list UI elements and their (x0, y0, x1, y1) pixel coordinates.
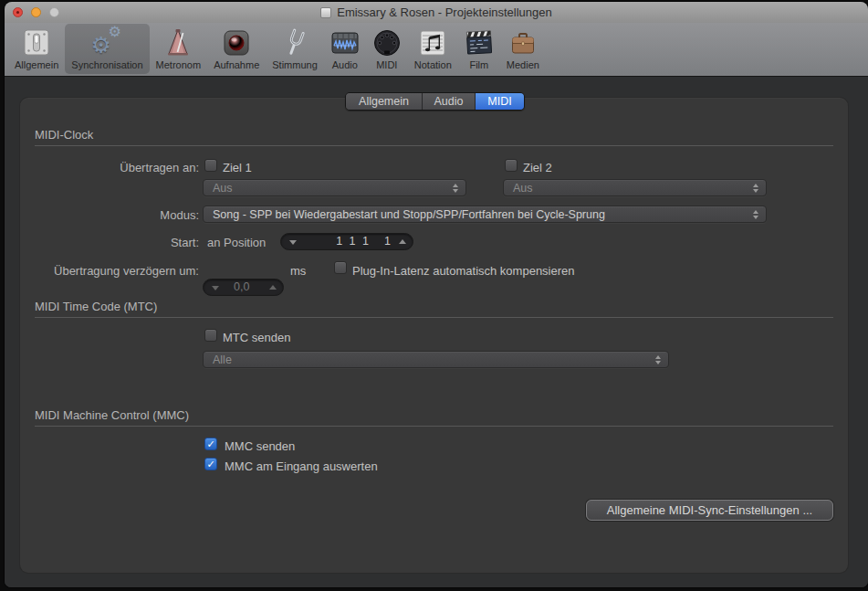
unsaved-dot-icon (16, 11, 19, 14)
toolbar-item-audio[interactable]: Audio (324, 24, 366, 74)
tab-allgemein[interactable]: Allgemein (346, 93, 423, 111)
popup-arrows-icon (655, 355, 661, 364)
mmc-listen-label: MMC am Eingang auswerten (225, 459, 378, 473)
start-label: Start: (27, 236, 199, 249)
tuning-fork-icon (280, 26, 309, 59)
increment-icon[interactable] (269, 285, 277, 290)
ziel2-port-dropdown[interactable]: Aus (503, 179, 767, 196)
metronome-icon (163, 26, 193, 59)
settings-content: Allgemein Audio MIDI MIDI-Clock Übertrag… (5, 78, 868, 587)
increment-icon[interactable] (399, 239, 406, 244)
window-title: Emissary & Rosen - Projekteinstellungen (337, 5, 552, 19)
toolbar-label: Aufnahme (214, 59, 259, 71)
toolbar-item-midi[interactable]: MIDI (366, 24, 408, 74)
toolbar-item-film[interactable]: Film (458, 24, 500, 74)
checkmark-icon: ✓ (206, 459, 214, 470)
popup-arrows-icon (453, 184, 458, 193)
popup-arrows-icon (753, 210, 758, 219)
plugin-latency-label: Plug-In-Latenz automatisch kompensieren (352, 264, 575, 278)
project-settings-window: Emissary & Rosen - Projekteinstellungen … (5, 2, 868, 587)
mtc-port-dropdown[interactable]: Alle (203, 351, 669, 368)
delay-label: Übertragung verzögern um: (27, 264, 199, 278)
waveform-icon (330, 26, 360, 59)
section-title-mtc: MIDI Time Code (MTC) (35, 300, 157, 313)
ziel2-label: Ziel 2 (523, 161, 552, 174)
mmc-send-checkbox[interactable]: ✓ (204, 438, 217, 450)
zoom-button[interactable] (49, 7, 59, 17)
section-divider (35, 145, 833, 146)
tab-audio[interactable]: Audio (423, 93, 476, 111)
section-divider (35, 317, 833, 318)
toolbar-label: MIDI (376, 59, 397, 71)
toolbar-item-aufnahme[interactable]: Aufnahme (207, 24, 266, 74)
checkmark-icon: ✓ (206, 439, 214, 449)
toolbar-item-stimmung[interactable]: Stimmung (266, 24, 324, 74)
ziel1-label: Ziel 1 (223, 161, 252, 174)
section-title-midi-clock: MIDI-Clock (35, 128, 93, 142)
desktop-background: Emissary & Rosen - Projekteinstellungen … (0, 0, 868, 591)
toolbar-item-metronom[interactable]: Metronom (150, 24, 208, 74)
delay-unit-label: ms (290, 264, 306, 278)
section-divider (35, 426, 833, 427)
delay-value[interactable]: 0,0 (234, 280, 249, 295)
mtc-send-label: MTC senden (223, 331, 290, 344)
toolbar-label: Metronom (156, 59, 202, 71)
window-proxy-icon (320, 7, 331, 18)
toolbar-item-synchronisation[interactable]: ⚙⚙ Synchronisation (65, 24, 149, 74)
toolbar-item-medien[interactable]: Medien (500, 24, 546, 74)
mtc-send-checkbox[interactable] (204, 329, 217, 342)
delay-stepper[interactable]: 0,0 (203, 279, 284, 296)
gears-icon: ⚙⚙ (89, 26, 124, 59)
midi-sync-panel: MIDI-Clock Übertragen an: Ziel 1 Ziel 2 … (20, 98, 848, 573)
subposition-value[interactable]: 1 (384, 234, 392, 249)
modus-dropdown[interactable]: Song - SPP bei Wiedergabestart und Stopp… (203, 206, 767, 223)
toolbar-label: Notation (414, 59, 452, 71)
midi-plug-icon (372, 26, 402, 59)
record-icon (222, 26, 251, 59)
sync-tab-bar: Allgemein Audio MIDI (345, 92, 525, 111)
plugin-latency-checkbox[interactable] (334, 261, 347, 274)
general-midi-sync-settings-button[interactable]: Allgemeine MIDI-Sync-Einstellungen ... (586, 500, 833, 521)
close-button[interactable] (13, 7, 23, 17)
toolbar-label: Film (469, 59, 488, 71)
notation-icon (418, 26, 447, 59)
toolbar-item-allgemein[interactable]: Allgemein (8, 24, 65, 74)
titlebar[interactable]: Emissary & Rosen - Projekteinstellungen (5, 2, 868, 23)
transmit-label: Übertragen an: (27, 161, 199, 174)
minimize-button[interactable] (31, 7, 41, 17)
switch-icon (22, 26, 51, 59)
decrement-icon[interactable] (212, 286, 219, 290)
ziel2-checkbox[interactable] (505, 159, 518, 172)
modus-label: Modus: (27, 208, 199, 222)
position-value[interactable]: 1 1 1 (336, 234, 371, 249)
toolbar-label: Medien (507, 59, 539, 71)
ziel1-checkbox[interactable] (204, 159, 217, 172)
mmc-listen-checkbox[interactable]: ✓ (204, 458, 217, 470)
toolbar-label: Stimmung (272, 59, 318, 71)
popup-arrows-icon (753, 184, 758, 193)
decrement-icon[interactable] (289, 240, 297, 245)
mmc-send-label: MMC senden (225, 439, 295, 453)
section-title-mmc: MIDI Machine Control (MMC) (35, 408, 189, 422)
tab-midi[interactable]: MIDI (476, 93, 524, 111)
start-mode-label: an Position (207, 236, 266, 249)
window-controls (13, 7, 59, 17)
settings-toolbar: Allgemein ⚙⚙ Synchronisation (5, 23, 868, 77)
briefcase-icon (508, 26, 538, 59)
ziel1-port-dropdown[interactable]: Aus (203, 179, 466, 196)
start-position-stepper[interactable]: 1 1 1 1 (280, 233, 413, 250)
toolbar-label: Allgemein (15, 59, 58, 71)
clapperboard-icon (465, 26, 494, 59)
toolbar-label: Synchronisation (71, 59, 142, 71)
toolbar-item-notation[interactable]: Notation (408, 24, 458, 74)
toolbar-label: Audio (332, 59, 358, 71)
